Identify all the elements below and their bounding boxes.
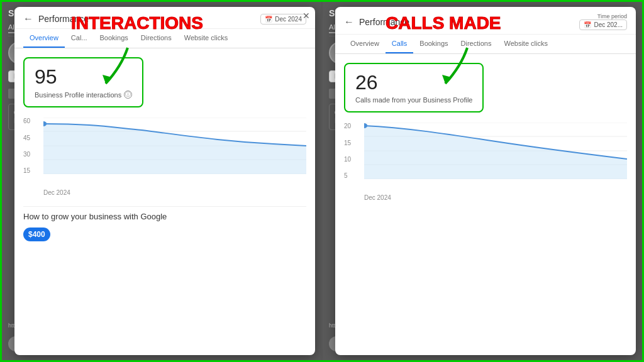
tab-directions-right[interactable]: Directions bbox=[455, 35, 498, 53]
right-modal-body: 26 Calls made from your Business Profile… bbox=[335, 54, 636, 355]
tab-website-clicks-left[interactable]: Website clicks bbox=[178, 29, 234, 48]
right-calendar-icon: 📅 bbox=[584, 21, 591, 28]
left-chart-area: 60 45 30 15 bbox=[23, 118, 306, 196]
left-stats-number: 95 bbox=[35, 66, 132, 88]
left-y-labels: 60 45 30 15 bbox=[23, 118, 30, 174]
right-modal-title: Performance bbox=[359, 17, 409, 27]
left-stats-card: 95 Business Profile interactions ⓘ bbox=[23, 57, 143, 107]
right-modal: ← Performance Time period 📅 Dec 202... O… bbox=[335, 7, 636, 355]
right-chart-area: 20 15 10 5 bbox=[344, 123, 627, 201]
left-modal-date-picker[interactable]: 📅 Dec 2024 bbox=[260, 14, 306, 25]
left-modal-header: ← Performance 📅 Dec 2024 bbox=[14, 7, 315, 29]
left-modal-close[interactable]: ✕ bbox=[303, 11, 310, 21]
right-modal-tabs: Overview Calls Bookings Directions Websi… bbox=[335, 35, 636, 54]
left-stats-label: Business Profile interactions ⓘ bbox=[35, 90, 132, 99]
calendar-icon: 📅 bbox=[265, 16, 272, 23]
right-chart-svg bbox=[364, 123, 627, 179]
right-stats-label: Calls made from your Business Profile bbox=[355, 96, 472, 104]
right-stats-number: 26 bbox=[355, 72, 472, 94]
right-modal-date-picker[interactable]: 📅 Dec 202... bbox=[579, 19, 627, 30]
left-modal: ✕ ← Performance 📅 Dec 2024 Overview Cal.… bbox=[14, 7, 315, 355]
left-grow-badge: $400 bbox=[23, 228, 50, 241]
right-panel: Shadab Lab Kotla › All Images Vide... Yo… bbox=[323, 2, 642, 360]
left-chart-svg bbox=[43, 118, 306, 174]
left-grow-title: How to grow your business with Google bbox=[23, 212, 306, 221]
tab-directions-left[interactable]: Directions bbox=[135, 29, 178, 48]
right-modal-header: ← Performance Time period 📅 Dec 202... bbox=[335, 7, 636, 35]
right-modal-back[interactable]: ← bbox=[344, 16, 354, 28]
left-panel: Shadab Lab Kotla ✕ All Images Vide... Yo… bbox=[2, 2, 323, 360]
tab-overview-left[interactable]: Overview bbox=[23, 29, 65, 48]
left-info-icon[interactable]: ⓘ bbox=[124, 90, 132, 99]
right-chart-wrap: 20 15 10 5 bbox=[344, 123, 627, 192]
left-modal-body: 95 Business Profile interactions ⓘ 60 45… bbox=[14, 48, 315, 355]
left-modal-back[interactable]: ← bbox=[23, 13, 33, 25]
tab-calls-left[interactable]: Cal... bbox=[65, 29, 94, 48]
left-modal-title: Performance bbox=[38, 14, 89, 24]
left-grow-card: $400 bbox=[23, 228, 306, 241]
left-chart-x-label: Dec 2024 bbox=[23, 189, 306, 196]
left-modal-tabs: Overview Cal... Bookings Directions Webs… bbox=[14, 29, 315, 48]
tab-calls-right[interactable]: Calls bbox=[386, 35, 413, 53]
tab-bookings-left[interactable]: Bookings bbox=[94, 29, 135, 48]
right-stats-card: 26 Calls made from your Business Profile bbox=[344, 63, 484, 112]
right-chart-x-label: Dec 2024 bbox=[344, 194, 627, 201]
left-grow-section: How to grow your business with Google $4… bbox=[23, 206, 306, 241]
time-period-label: Time period bbox=[579, 13, 627, 19]
tab-overview-right[interactable]: Overview bbox=[344, 35, 386, 53]
tab-website-clicks-right[interactable]: Website clicks bbox=[497, 35, 553, 53]
left-chart-wrap: 60 45 30 15 bbox=[23, 118, 306, 187]
right-y-labels: 20 15 10 5 bbox=[344, 123, 351, 179]
tab-bookings-right[interactable]: Bookings bbox=[413, 35, 454, 53]
